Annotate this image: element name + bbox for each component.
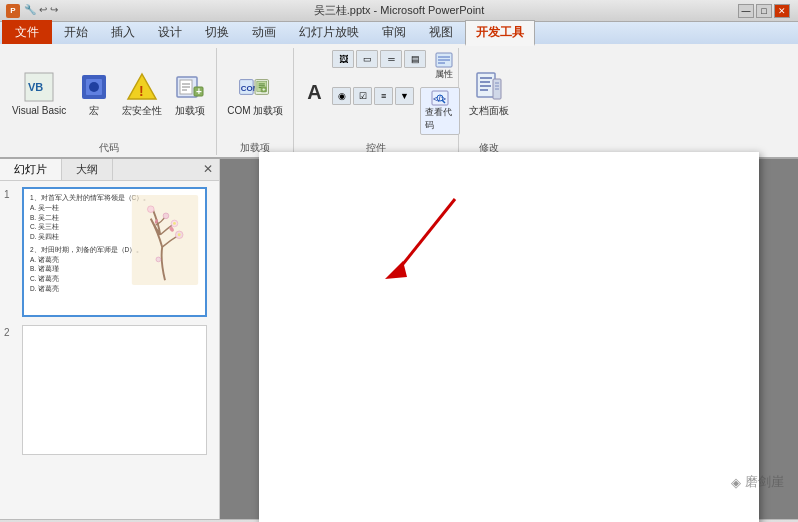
- svg-text:+: +: [196, 86, 202, 97]
- svg-rect-32: [480, 77, 492, 79]
- properties-button[interactable]: 属性: [432, 50, 456, 83]
- main-area: 幻灯片 大纲 ✕ 1 1、对首军入关肘的情军将领是（C）。 A. 吴一桂 B. …: [0, 159, 798, 519]
- ctrl-image-button[interactable]: 🖼: [332, 50, 354, 68]
- tab-insert[interactable]: 插入: [100, 20, 146, 44]
- addins-button[interactable]: + 加载项: [170, 68, 210, 120]
- visual-basic-icon: VB: [23, 71, 55, 103]
- com-addins-icon: COM +: [239, 71, 271, 103]
- document-panel-button[interactable]: 文档面板: [465, 68, 513, 120]
- macro-label: 宏: [89, 105, 99, 117]
- ctrl-combo-button[interactable]: ▼: [395, 87, 414, 105]
- tab-slideshow[interactable]: 幻灯片放映: [288, 20, 370, 44]
- svg-point-46: [147, 206, 154, 213]
- tab-view[interactable]: 视图: [418, 20, 464, 44]
- ctrl-textbox-button[interactable]: ▭: [356, 50, 378, 68]
- code-group-content: VB Visual Basic 宏: [8, 48, 210, 139]
- tab-slides[interactable]: 幻灯片: [0, 159, 62, 180]
- visual-basic-label: Visual Basic: [12, 105, 66, 117]
- left-panel: 幻灯片 大纲 ✕ 1 1、对首军入关肘的情军将领是（C）。 A. 吴一桂 B. …: [0, 159, 220, 519]
- document-panel-icon: [473, 71, 505, 103]
- code-group-label: 代码: [99, 141, 119, 155]
- ctrl-line-button[interactable]: ═: [380, 50, 402, 68]
- svg-text:+: +: [263, 86, 266, 92]
- ctrl-radio-button[interactable]: ◉: [332, 87, 351, 105]
- ctrl-listbox-button[interactable]: ≡: [374, 87, 393, 105]
- svg-point-4: [89, 82, 99, 92]
- svg-text:VB: VB: [28, 81, 43, 93]
- text-A-icon: A: [302, 82, 326, 104]
- tab-transition[interactable]: 切换: [194, 20, 240, 44]
- slide-canvas[interactable]: [259, 152, 759, 523]
- svg-point-47: [156, 257, 161, 262]
- slide-thumb-1[interactable]: 1、对首军入关肘的情军将领是（C）。 A. 吴一桂 B. 吴二桂 C. 吴三桂 …: [22, 187, 207, 317]
- tab-file[interactable]: 文件: [2, 20, 52, 44]
- visual-basic-button[interactable]: VB Visual Basic: [8, 68, 70, 120]
- svg-rect-40: [132, 195, 198, 285]
- panel-close-button[interactable]: ✕: [197, 159, 219, 180]
- macro-icon: [78, 71, 110, 103]
- slide-num-2: 2: [4, 325, 18, 338]
- modify-group-content: 文档面板: [465, 48, 513, 139]
- ribbon-tabs: 文件 开始 插入 设计 切换 动画 幻灯片放映 审阅 视图 开发工具: [0, 22, 798, 44]
- addins-label: 加载项: [175, 105, 205, 117]
- ctrl-checkbox-button[interactable]: ☑: [353, 87, 372, 105]
- ctrl-more-button[interactable]: ▤: [404, 50, 426, 68]
- window-title: 吴三桂.pptx - Microsoft PowerPoint: [60, 3, 738, 18]
- svg-point-42: [178, 233, 181, 236]
- tab-developer[interactable]: 开发工具: [465, 20, 535, 46]
- watermark-text: 磨剑崖: [745, 473, 784, 491]
- slide-item-1[interactable]: 1 1、对首军入关肘的情军将领是（C）。 A. 吴一桂 B. 吴二桂 C. 吴三…: [4, 187, 215, 317]
- ribbon-group-controls: A 🖼 ▭ ═ ▤: [294, 48, 459, 155]
- panel-tabs: 幻灯片 大纲 ✕: [0, 159, 219, 181]
- close-button[interactable]: ✕: [774, 4, 790, 18]
- slide-thumb-2[interactable]: [22, 325, 207, 455]
- maximize-button[interactable]: □: [756, 4, 772, 18]
- document-panel-label: 文档面板: [469, 105, 509, 117]
- ribbon-group-modify: 文档面板 修改: [459, 48, 519, 155]
- title-bar: P 🔧 ↩ ↪ 吴三桂.pptx - Microsoft PowerPoint …: [0, 0, 798, 22]
- tab-start[interactable]: 开始: [53, 20, 99, 44]
- svg-point-45: [163, 213, 169, 219]
- macro-security-icon: !: [126, 71, 158, 103]
- macro-button[interactable]: 宏: [74, 68, 114, 120]
- svg-point-44: [173, 222, 176, 225]
- macro-security-button[interactable]: ! 宏安全性: [118, 68, 166, 120]
- ribbon-group-addins: COM + COM 加载项 加载项: [217, 48, 294, 155]
- canvas-area: ◈ 磨剑崖: [220, 159, 798, 519]
- svg-rect-33: [480, 81, 490, 83]
- slide-num-1: 1: [4, 187, 18, 200]
- minimize-button[interactable]: —: [738, 4, 754, 18]
- svg-rect-34: [480, 85, 491, 87]
- svg-text:!: !: [139, 83, 144, 99]
- macro-security-label: 宏安全性: [122, 105, 162, 117]
- text-control-button[interactable]: A: [300, 80, 328, 106]
- slides-list: 1 1、对首军入关肘的情军将领是（C）。 A. 吴一桂 B. 吴二桂 C. 吴三…: [0, 181, 219, 519]
- view-code-button[interactable]: </> 查看代码: [420, 87, 460, 135]
- controls-group-content: A 🖼 ▭ ═ ▤: [300, 48, 452, 139]
- addins-icon: +: [174, 71, 206, 103]
- ribbon: 文件 开始 插入 设计 切换 动画 幻灯片放映 审阅 视图 开发工具 VB Vi: [0, 22, 798, 159]
- plum-illustration: [131, 195, 199, 285]
- tab-outline[interactable]: 大纲: [62, 159, 113, 180]
- tab-design[interactable]: 设计: [147, 20, 193, 44]
- svg-rect-35: [480, 89, 488, 91]
- ribbon-group-code: VB Visual Basic 宏: [2, 48, 217, 155]
- com-addins-label: COM 加载项: [227, 105, 283, 117]
- watermark: ◈ 磨剑崖: [731, 473, 784, 491]
- watermark-icon: ◈: [731, 475, 741, 490]
- tab-review[interactable]: 审阅: [371, 20, 417, 44]
- addins-group-content: COM + COM 加载项: [223, 48, 287, 139]
- window-controls[interactable]: — □ ✕: [738, 4, 790, 18]
- com-addins-button[interactable]: COM + COM 加载项: [223, 68, 287, 120]
- ribbon-content: VB Visual Basic 宏: [0, 44, 798, 157]
- tab-animation[interactable]: 动画: [241, 20, 287, 44]
- slide-item-2[interactable]: 2: [4, 325, 215, 455]
